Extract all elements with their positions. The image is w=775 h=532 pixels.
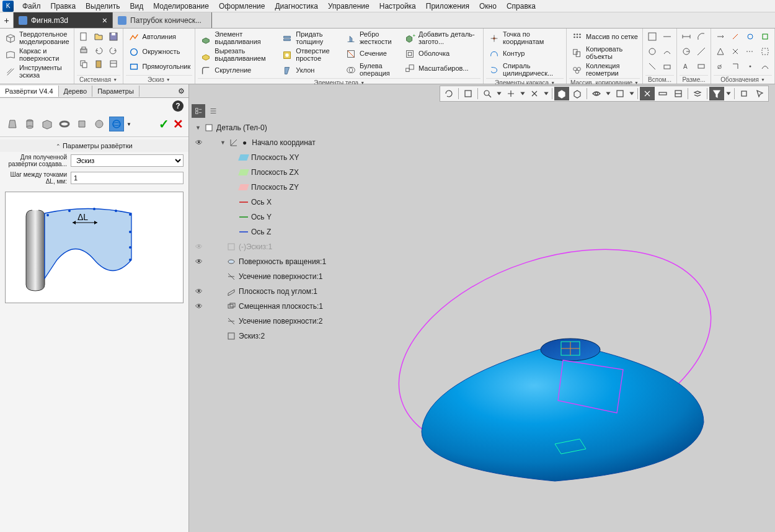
shape-cone-icon[interactable] bbox=[5, 117, 20, 131]
dim-6[interactable] bbox=[694, 60, 708, 73]
param-select-create[interactable]: Эскиз bbox=[71, 154, 184, 167]
menu-help[interactable]: Справка bbox=[502, 1, 541, 12]
params-header: ⌃ Параметры развёртки bbox=[0, 140, 188, 152]
dim-4[interactable] bbox=[694, 45, 708, 58]
paste-button[interactable] bbox=[92, 57, 105, 71]
aux-5[interactable] bbox=[645, 60, 659, 73]
annot-3[interactable] bbox=[743, 30, 757, 43]
shell-button[interactable]: Оболочка bbox=[402, 47, 480, 61]
viewport-3d[interactable]: ▼Деталь (Тел-0) 👁▼●Начало координат Плос… bbox=[189, 84, 775, 532]
redo-button[interactable] bbox=[107, 43, 120, 57]
annot-6[interactable] bbox=[728, 45, 742, 58]
circle-button[interactable]: Окружность bbox=[126, 45, 193, 60]
gear-icon[interactable]: ⚙ bbox=[174, 86, 188, 97]
annot-12[interactable] bbox=[758, 60, 772, 73]
ribbon: Твердотельное моделирование Каркас и пов… bbox=[0, 29, 775, 84]
new-tab-button[interactable]: + bbox=[0, 12, 14, 28]
cut-extrude-button[interactable]: Вырезать выдавливанием bbox=[198, 47, 278, 63]
extrude-button[interactable]: Элемент выдавливания bbox=[198, 30, 278, 47]
menu-apps[interactable]: Приложения bbox=[421, 1, 474, 12]
copy-obj-button[interactable]: Копировать объекты bbox=[569, 45, 640, 61]
section-button[interactable]: Сечение bbox=[343, 47, 401, 61]
fillet-button[interactable]: Скругление bbox=[198, 63, 278, 78]
spiral-icon bbox=[488, 64, 500, 76]
sketch-tools-icon bbox=[4, 66, 17, 78]
shape-sphere-icon[interactable] bbox=[92, 117, 107, 131]
annot-11[interactable] bbox=[743, 60, 757, 73]
collection-button[interactable]: Коллекция геометрии bbox=[569, 61, 640, 78]
open-button[interactable] bbox=[92, 30, 105, 43]
side-tab-unfold[interactable]: Развёртки V4.4 bbox=[0, 86, 59, 97]
dim-2[interactable] bbox=[694, 30, 708, 43]
side-tab-tree[interactable]: Дерево bbox=[59, 86, 93, 97]
contour-button[interactable]: Контур bbox=[486, 47, 564, 61]
dim-5[interactable]: A bbox=[680, 60, 693, 73]
menu-edit[interactable]: Правка bbox=[46, 1, 81, 12]
shape-torus-icon[interactable] bbox=[57, 117, 72, 131]
rectangle-button[interactable]: Прямоугольник bbox=[126, 60, 193, 74]
annot-5[interactable] bbox=[714, 45, 727, 58]
draft-button[interactable]: Уклон bbox=[279, 63, 342, 78]
menu-window[interactable]: Окно bbox=[474, 1, 502, 12]
menu-design[interactable]: Оформление bbox=[214, 1, 270, 12]
mode-solid[interactable]: Твердотельное моделирование bbox=[2, 30, 71, 47]
menu-modeling[interactable]: Моделирование bbox=[148, 1, 214, 12]
menu-settings[interactable]: Настройка bbox=[374, 1, 421, 12]
aux-3[interactable] bbox=[645, 45, 659, 58]
side-tab-params[interactable]: Параметры bbox=[92, 86, 140, 97]
dropdown-icon[interactable]: ▼ bbox=[126, 122, 131, 127]
hole-button[interactable]: Отверстие простое bbox=[279, 47, 342, 63]
contour-icon bbox=[488, 48, 500, 60]
shape-prism-icon[interactable] bbox=[74, 117, 89, 131]
svg-point-63 bbox=[46, 214, 49, 216]
tab-inactive[interactable]: Патрубок коническ... bbox=[113, 12, 212, 28]
shape-globe-icon[interactable] bbox=[109, 117, 124, 131]
point-button[interactable]: Точка по координатам bbox=[486, 30, 564, 47]
annot-4[interactable] bbox=[758, 30, 772, 43]
apply-button[interactable]: ✓ bbox=[159, 117, 169, 131]
shape-cylinder-icon[interactable] bbox=[22, 117, 37, 131]
aux-1[interactable] bbox=[645, 30, 659, 43]
menu-select[interactable]: Выделить bbox=[81, 1, 125, 12]
help-icon[interactable]: ? bbox=[172, 100, 184, 112]
aux-4[interactable] bbox=[660, 45, 674, 58]
tab-close-icon[interactable]: × bbox=[102, 16, 107, 25]
undo-button[interactable] bbox=[92, 43, 105, 57]
menu-file[interactable]: Файл bbox=[17, 1, 46, 12]
param-input-step[interactable] bbox=[71, 172, 184, 184]
print-button[interactable] bbox=[77, 43, 91, 57]
tab-label: Фигня.m3d bbox=[31, 16, 68, 25]
copy-button[interactable] bbox=[77, 57, 91, 71]
rib-button[interactable]: Ребро жесткости bbox=[343, 30, 401, 47]
dim-3[interactable] bbox=[680, 45, 693, 58]
menu-diagnostic[interactable]: Диагностика bbox=[270, 1, 323, 12]
svg-rect-2 bbox=[112, 33, 115, 35]
annot-2[interactable] bbox=[728, 30, 742, 43]
add-part-button[interactable]: +Добавить деталь-загото... bbox=[402, 30, 480, 47]
scale-button[interactable]: Масштабиров... bbox=[402, 61, 480, 76]
spiral-button[interactable]: Спираль цилиндрическ... bbox=[486, 61, 564, 78]
mode-sketch[interactable]: Инструменты эскиза bbox=[2, 63, 71, 80]
cancel-button[interactable]: ✕ bbox=[173, 117, 184, 131]
thicken-button[interactable]: Придать толщину bbox=[279, 30, 342, 47]
shape-box-icon[interactable] bbox=[40, 117, 55, 131]
new-doc-button[interactable] bbox=[77, 30, 91, 43]
cube-icon bbox=[4, 32, 17, 45]
menu-view[interactable]: Вид bbox=[125, 1, 148, 12]
boolean-button[interactable]: Булева операция bbox=[343, 61, 401, 78]
menu-manage[interactable]: Управление bbox=[323, 1, 374, 12]
autoline-button[interactable]: Автолиния bbox=[126, 30, 193, 45]
aux-2[interactable] bbox=[660, 30, 674, 43]
annot-8[interactable] bbox=[758, 45, 772, 58]
annot-7[interactable] bbox=[743, 45, 757, 58]
array-button[interactable]: Массив по сетке bbox=[569, 30, 640, 45]
save-button[interactable] bbox=[107, 30, 120, 43]
aux-6[interactable] bbox=[660, 60, 674, 73]
properties-button[interactable] bbox=[107, 57, 120, 71]
mode-surface[interactable]: Каркас и поверхности bbox=[2, 47, 71, 63]
tab-active[interactable]: Фигня.m3d × bbox=[14, 12, 113, 28]
annot-9[interactable]: Ø bbox=[714, 60, 727, 73]
dim-1[interactable] bbox=[680, 30, 693, 43]
annot-1[interactable] bbox=[714, 30, 727, 43]
annot-10[interactable] bbox=[728, 60, 742, 73]
